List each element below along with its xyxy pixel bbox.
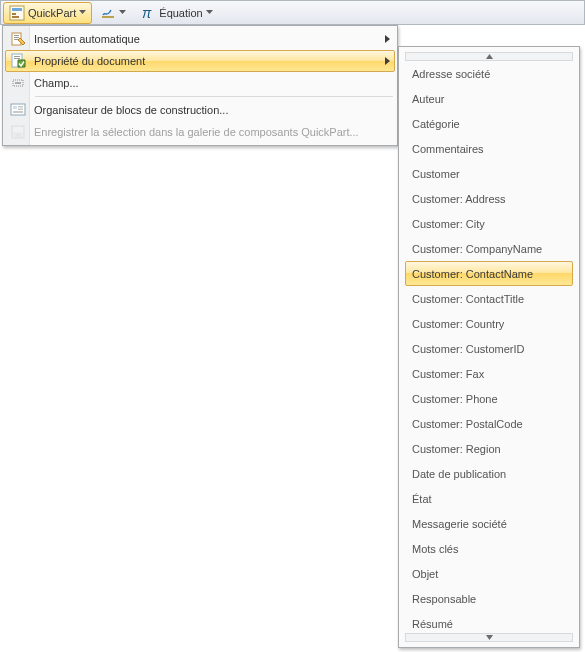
submenu-item-label: Customer: ContactName	[412, 268, 533, 280]
submenu-item-label: Customer: ContactTitle	[412, 293, 524, 305]
save-selection-icon	[6, 121, 30, 143]
svg-rect-16	[13, 106, 17, 109]
submenu-scroll-down[interactable]	[405, 633, 573, 642]
submenu-item[interactable]: Customer: City	[405, 211, 573, 236]
submenu-item-label: Customer: Phone	[412, 393, 498, 405]
submenu-item[interactable]: Customer: Fax	[405, 361, 573, 386]
submenu-item[interactable]: Customer: Phone	[405, 386, 573, 411]
svg-rect-14	[15, 82, 21, 84]
submenu-item-label: Adresse société	[412, 68, 490, 80]
submenu-item-label: Messagerie société	[412, 518, 507, 530]
submenu-item-label: Customer: PostalCode	[412, 418, 523, 430]
submenu-item[interactable]: Date de publication	[405, 461, 573, 486]
menu-item-insertion-auto[interactable]: Insertion automatique	[5, 28, 395, 50]
menu-item-label: Insertion automatique	[30, 33, 380, 45]
svg-rect-11	[14, 56, 20, 57]
svg-rect-2	[12, 13, 16, 15]
signature-line-button[interactable]	[94, 2, 132, 24]
submenu-item[interactable]: Customer: Region	[405, 436, 573, 461]
svg-rect-3	[12, 16, 19, 18]
property-icon	[6, 50, 30, 72]
ribbon-bar: QuickPart π Équation	[0, 0, 585, 25]
submenu-item-label: Customer: Address	[412, 193, 506, 205]
submenu-item-label: Customer	[412, 168, 460, 180]
submenu-item[interactable]: Customer: ContactTitle	[405, 286, 573, 311]
submenu-item-label: Auteur	[412, 93, 444, 105]
svg-rect-19	[13, 111, 23, 113]
svg-rect-22	[15, 133, 21, 137]
submenu-item[interactable]: Résumé	[405, 611, 573, 633]
submenu-item-label: Mots clés	[412, 543, 458, 555]
submenu-item-label: Objet	[412, 568, 438, 580]
submenu-item[interactable]: Customer: CompanyName	[405, 236, 573, 261]
menu-separator	[35, 96, 393, 97]
submenu-scroll-up[interactable]	[405, 52, 573, 61]
svg-rect-17	[18, 106, 23, 108]
submenu-item-label: État	[412, 493, 432, 505]
menu-item-bb-organizer[interactable]: Organisateur de blocs de construction...	[5, 99, 395, 121]
submenu-item[interactable]: Adresse société	[405, 61, 573, 86]
signature-icon	[100, 5, 116, 21]
field-icon	[6, 72, 30, 94]
quickpart-dropdown-arrow	[79, 10, 86, 15]
submenu-item-label: Customer: CompanyName	[412, 243, 542, 255]
submenu-item-label: Résumé	[412, 618, 453, 630]
submenu-item[interactable]: Customer: PostalCode	[405, 411, 573, 436]
submenu-item-label: Customer: Country	[412, 318, 504, 330]
pi-icon: π	[140, 5, 156, 21]
equation-button[interactable]: π Équation	[134, 2, 218, 24]
autocontent-icon	[6, 28, 30, 50]
submenu-item[interactable]: Customer	[405, 161, 573, 186]
submenu-item[interactable]: Catégorie	[405, 111, 573, 136]
organizer-icon	[6, 99, 30, 121]
svg-rect-1	[12, 8, 22, 11]
svg-rect-4	[102, 16, 114, 18]
submenu-item-label: Date de publication	[412, 468, 506, 480]
submenu-item-label: Responsable	[412, 593, 476, 605]
signature-dropdown-arrow	[119, 10, 126, 15]
menu-item-label: Enregistrer la sélection dans la galerie…	[30, 126, 380, 138]
svg-rect-7	[14, 35, 19, 36]
submenu-item[interactable]: Customer: ContactName	[405, 261, 573, 286]
equation-dropdown-arrow	[206, 10, 213, 15]
submenu-item-label: Customer: City	[412, 218, 485, 230]
quickpart-menu: Insertion automatique Propriété du docum…	[2, 25, 398, 146]
svg-rect-18	[18, 109, 23, 111]
submenu-item[interactable]: Messagerie société	[405, 511, 573, 536]
submenu-list: Adresse sociétéAuteurCatégorieCommentair…	[405, 61, 579, 633]
submenu-item-label: Customer: CustomerID	[412, 343, 524, 355]
svg-rect-12	[14, 58, 20, 59]
menu-item-save-selection: Enregistrer la sélection dans la galerie…	[5, 121, 395, 143]
document-property-submenu: Adresse sociétéAuteurCatégorieCommentair…	[398, 46, 580, 648]
submenu-arrow-icon	[380, 35, 394, 43]
submenu-item[interactable]: Customer: Address	[405, 186, 573, 211]
quickpart-icon	[9, 5, 25, 21]
svg-rect-8	[14, 37, 19, 38]
menu-item-label: Champ...	[30, 77, 380, 89]
menu-item-label: Propriété du document	[30, 55, 380, 67]
submenu-item[interactable]: Mots clés	[405, 536, 573, 561]
submenu-item-label: Customer: Fax	[412, 368, 484, 380]
menu-item-field[interactable]: Champ...	[5, 72, 395, 94]
submenu-item[interactable]: État	[405, 486, 573, 511]
submenu-item-label: Customer: Region	[412, 443, 501, 455]
menu-item-document-property[interactable]: Propriété du document	[5, 50, 395, 72]
submenu-item-label: Catégorie	[412, 118, 460, 130]
equation-label: Équation	[159, 7, 202, 19]
svg-rect-21	[13, 127, 23, 132]
submenu-item-label: Commentaires	[412, 143, 484, 155]
submenu-item[interactable]: Auteur	[405, 86, 573, 111]
quickpart-button[interactable]: QuickPart	[3, 2, 92, 24]
submenu-arrow-icon	[380, 57, 394, 65]
submenu-item[interactable]: Customer: CustomerID	[405, 336, 573, 361]
submenu-item[interactable]: Objet	[405, 561, 573, 586]
menu-item-label: Organisateur de blocs de construction...	[30, 104, 380, 116]
svg-text:π: π	[142, 5, 152, 21]
submenu-item[interactable]: Customer: Country	[405, 311, 573, 336]
submenu-item[interactable]: Commentaires	[405, 136, 573, 161]
quickpart-label: QuickPart	[28, 7, 76, 19]
submenu-item[interactable]: Responsable	[405, 586, 573, 611]
